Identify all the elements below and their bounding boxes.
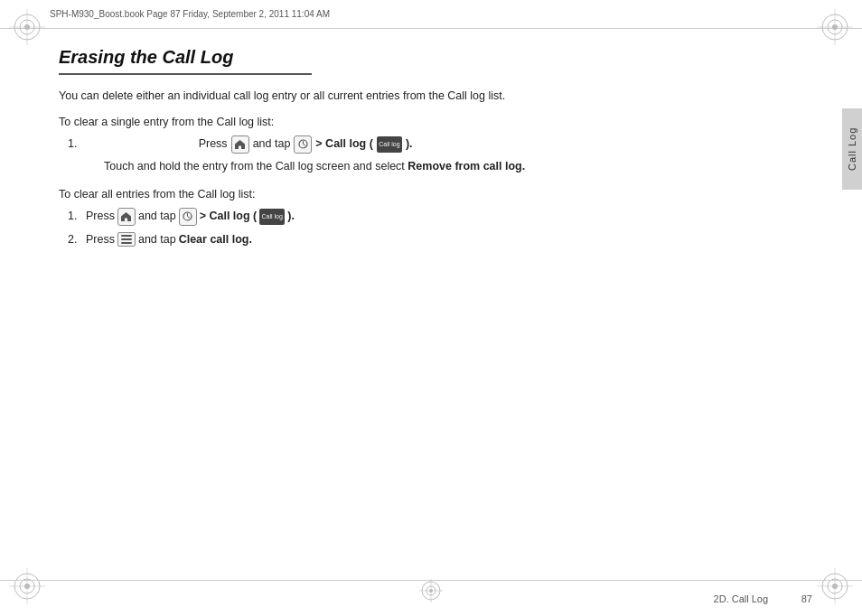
chapter-tab-label: Call Log (847, 127, 857, 171)
press-label-s2-1: Press (86, 208, 115, 225)
menu-line-2 (121, 238, 132, 240)
and-tap-label-s1-1: and tap (253, 135, 291, 153)
step-s1-1: 1. Press and tap (68, 135, 817, 175)
step-number-s2-1: 1. (68, 208, 86, 225)
and-tap-label-s2-1: and tap (138, 208, 176, 225)
call-log-label-s1-1: > Call log ( (315, 135, 373, 153)
section2-steps: 1. Press and tap > Call log ( C (68, 208, 817, 248)
intro-text: You can delete either an individual call… (59, 88, 817, 105)
header-text: SPH-M930_Boost.book Page 87 Friday, Sept… (50, 9, 330, 19)
call-log-icon-s1-1: Call log (377, 136, 402, 153)
menu-button-icon-s2-2 (117, 232, 136, 247)
page-title: Erasing the Call Log (59, 47, 817, 68)
step-s1-1-content: Press and tap > C (86, 135, 525, 175)
step-s2-1-content: Press and tap > Call log ( Call log (86, 208, 295, 226)
press-label-s1-1: Press (199, 135, 228, 153)
paren-close-s2-1: ). (287, 208, 295, 225)
section1-header: To clear a single entry from the Call lo… (59, 116, 817, 128)
recent-apps-icon-s1-1 (294, 135, 312, 154)
call-log-label-s2-1: > Call log ( (200, 208, 258, 225)
page-footer: 2D. Call Log 87 (0, 580, 862, 616)
page-header: SPH-M930_Boost.book Page 87 Friday, Sept… (0, 0, 862, 29)
menu-line-3 (121, 242, 132, 244)
home-button-icon-s2-1 (117, 208, 136, 226)
main-content: Erasing the Call Log You can delete eith… (50, 29, 835, 580)
clear-call-log-label: Clear call log. (179, 231, 252, 248)
press-label-s2-2: Press (86, 231, 115, 248)
remove-calllog-label: Remove from call log. (408, 160, 525, 173)
menu-line-1 (121, 235, 132, 237)
step-s2-2-content: Press and tap Clear call log. (86, 231, 252, 248)
section1-steps: 1. Press and tap (68, 135, 817, 175)
footer-section-label: 2D. Call Log 87 (714, 593, 812, 604)
step-s1-1-line1: Press and tap > C (199, 135, 413, 154)
step-s2-2: 2. Press and tap Clear call log. (68, 231, 817, 248)
step-number-s2-2: 2. (68, 231, 86, 248)
step-s2-1: 1. Press and tap > Call log ( C (68, 208, 817, 226)
section2-header: To clear all entries from the Call log l… (59, 188, 817, 201)
and-tap-label-s2-2: and tap (138, 231, 176, 248)
paren-close-s1-1: ). (406, 135, 413, 153)
home-button-icon (231, 135, 249, 154)
call-log-icon-s2-1: Call log (259, 209, 285, 225)
step-number-s1-1: 1. (68, 135, 86, 153)
touch-hold-text: Touch and hold the entry from the Call l… (86, 158, 525, 175)
recent-apps-icon-s2-1 (179, 208, 197, 226)
chapter-tab: Call Log (842, 108, 862, 190)
corner-decoration-tl (9, 9, 45, 48)
title-divider (59, 73, 312, 75)
